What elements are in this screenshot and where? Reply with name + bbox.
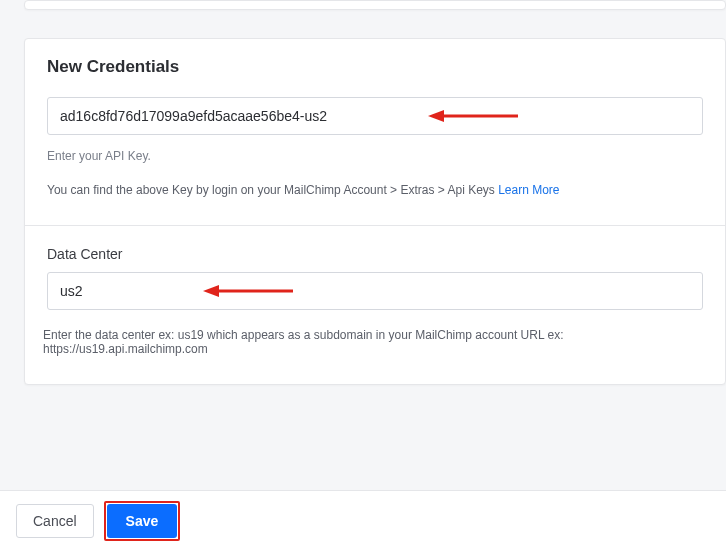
- instructions-text: You can find the above Key by login on y…: [47, 183, 498, 197]
- save-highlight-annotation: Save: [104, 501, 181, 541]
- api-key-section: Enter your API Key. You can find the abo…: [25, 97, 725, 197]
- api-key-instructions: You can find the above Key by login on y…: [47, 183, 703, 197]
- footer-bar: Cancel Save: [0, 490, 726, 550]
- data-center-input[interactable]: [60, 283, 690, 299]
- api-key-help: Enter your API Key.: [47, 149, 703, 163]
- learn-more-link[interactable]: Learn More: [498, 183, 559, 197]
- data-center-label: Data Center: [25, 226, 725, 272]
- api-key-input[interactable]: [60, 108, 690, 124]
- data-center-input-wrap[interactable]: [47, 272, 703, 310]
- card-title: New Credentials: [25, 39, 725, 97]
- previous-card-sliver: [24, 0, 726, 10]
- api-key-input-wrap[interactable]: [47, 97, 703, 135]
- data-center-help: Enter the data center ex: us19 which app…: [25, 310, 725, 356]
- data-center-section: [25, 272, 725, 310]
- save-button[interactable]: Save: [107, 504, 178, 538]
- cancel-button[interactable]: Cancel: [16, 504, 94, 538]
- new-credentials-card: New Credentials Enter your API Key. You …: [24, 38, 726, 385]
